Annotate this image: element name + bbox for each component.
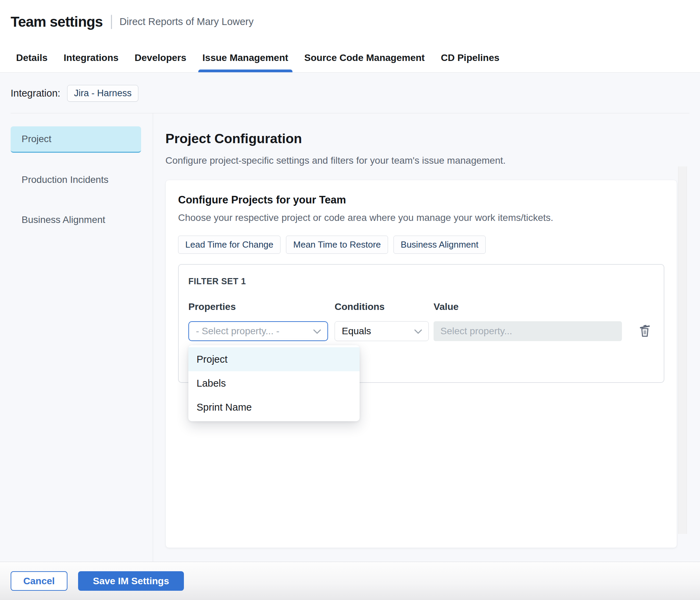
card-subtitle: Choose your respective project or code a… — [178, 212, 664, 223]
tab-details-label: Details — [16, 52, 48, 63]
integration-label: Integration: — [11, 88, 60, 99]
body-row: Project Production Incidents Business Al… — [0, 113, 700, 562]
title-divider — [111, 15, 112, 29]
cancel-button[interactable]: Cancel — [11, 571, 67, 591]
section-subtitle: Configure project-specific settings and … — [165, 155, 677, 166]
integration-chip[interactable]: Jira - Harness — [67, 85, 138, 102]
chevron-down-icon — [414, 326, 422, 337]
delete-filter-button[interactable] — [638, 323, 652, 339]
footer-action-bar: Cancel Save IM Settings — [0, 562, 700, 600]
conditions-select[interactable]: Equals — [335, 321, 429, 341]
sidebar-item-project-label: Project — [22, 134, 51, 145]
sidebar-item-production-incidents-label: Production Incidents — [22, 174, 109, 185]
scrollbar-track[interactable] — [678, 166, 687, 534]
tab-issue-management-label: Issue Management — [202, 52, 288, 63]
properties-dropdown: Project Labels Sprint Name — [188, 345, 360, 421]
team-settings-page: Team settings Direct Reports of Mary Low… — [0, 0, 700, 600]
chip-lead-time-for-change[interactable]: Lead Time for Change — [178, 236, 280, 254]
sidebar-item-project[interactable]: Project — [11, 126, 141, 153]
tab-cd-pipelines-label: CD Pipelines — [441, 52, 499, 63]
sidebar-item-business-alignment-label: Business Alignment — [22, 214, 105, 225]
settings-sidebar: Project Production Incidents Business Al… — [0, 113, 153, 562]
integration-row: Integration: Jira - Harness — [0, 73, 700, 113]
filter-set-card: FILTER SET 1 Properties Conditions Value… — [178, 264, 664, 383]
properties-select[interactable]: - Select property... - — [188, 321, 328, 341]
section-title: Project Configuration — [165, 131, 677, 146]
tab-integrations-label: Integrations — [64, 52, 118, 63]
card-title: Configure Projects for your Team — [178, 194, 664, 206]
tab-issue-management[interactable]: Issue Management — [202, 43, 288, 72]
conditions-select-value: Equals — [342, 326, 371, 337]
filter-controls-row: - Select property... - Equals — [188, 321, 654, 341]
tab-integrations[interactable]: Integrations — [64, 43, 118, 72]
filter-set-title: FILTER SET 1 — [188, 276, 654, 286]
dropdown-option-project[interactable]: Project — [188, 347, 360, 371]
chip-mean-time-to-restore[interactable]: Mean Time to Restore — [286, 236, 388, 254]
save-im-settings-button[interactable]: Save IM Settings — [78, 571, 184, 591]
tab-details[interactable]: Details — [16, 43, 48, 72]
sidebar-item-business-alignment[interactable]: Business Alignment — [11, 207, 141, 233]
value-column-header: Value — [434, 301, 622, 312]
tab-developers-label: Developers — [135, 52, 186, 63]
chevron-down-icon — [313, 326, 321, 337]
metric-chips: Lead Time for Change Mean Time to Restor… — [178, 236, 664, 254]
value-input[interactable] — [434, 321, 622, 341]
conditions-column-header: Conditions — [335, 301, 429, 312]
dropdown-option-labels[interactable]: Labels — [188, 371, 360, 395]
main-panel: Project Configuration Configure project-… — [153, 113, 700, 562]
page-title: Team settings — [11, 14, 103, 30]
tab-source-code-management-label: Source Code Management — [304, 52, 425, 63]
properties-column-header: Properties — [188, 301, 328, 312]
page-header: Team settings Direct Reports of Mary Low… — [0, 0, 700, 43]
properties-select-placeholder: - Select property... - — [196, 326, 279, 337]
content-area: Integration: Jira - Harness Project Prod… — [0, 73, 700, 562]
sidebar-item-production-incidents[interactable]: Production Incidents — [11, 166, 141, 193]
page-subtitle: Direct Reports of Mary Lowery — [120, 16, 254, 27]
filter-column-headers: Properties Conditions Value — [188, 301, 654, 312]
tab-cd-pipelines[interactable]: CD Pipelines — [441, 43, 499, 72]
configure-projects-card: Configure Projects for your Team Choose … — [165, 180, 677, 548]
chip-business-alignment[interactable]: Business Alignment — [393, 236, 486, 254]
dropdown-option-sprint-name[interactable]: Sprint Name — [188, 395, 360, 419]
tab-developers[interactable]: Developers — [135, 43, 186, 72]
tab-bar: Details Integrations Developers Issue Ma… — [0, 43, 700, 73]
tab-source-code-management[interactable]: Source Code Management — [304, 43, 425, 72]
trash-icon — [638, 323, 652, 340]
